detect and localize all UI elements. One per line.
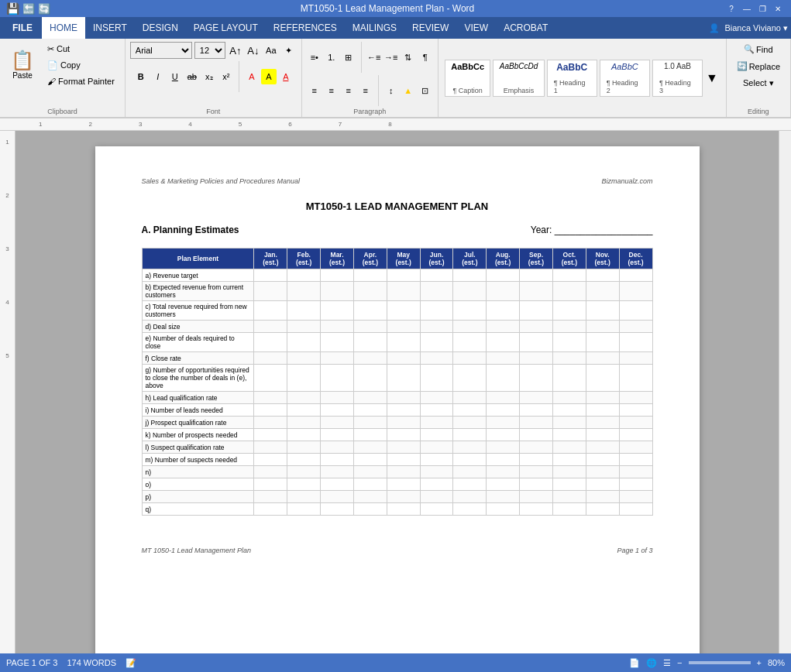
format-painter-button[interactable]: 🖌 Format Painter (42, 74, 120, 88)
table-cell-11-3[interactable] (353, 441, 387, 454)
underline-button[interactable]: U (167, 69, 183, 84)
table-cell-9-11[interactable] (619, 417, 652, 429)
table-cell-2-8[interactable] (520, 301, 553, 321)
shading-button[interactable]: ▲ (401, 83, 416, 98)
table-cell-5-2[interactable] (321, 352, 354, 365)
design-menu[interactable]: DESIGN (135, 17, 186, 39)
table-cell-0-8[interactable] (520, 269, 553, 282)
table-cell-0-5[interactable] (420, 269, 453, 282)
numbering-button[interactable]: 1. (324, 50, 339, 65)
table-cell-15-4[interactable] (387, 491, 420, 503)
table-cell-9-4[interactable] (387, 417, 420, 429)
replace-button[interactable]: 🔄 Replace (731, 59, 786, 74)
table-cell-0-10[interactable] (586, 269, 619, 282)
table-cell-9-3[interactable] (353, 417, 387, 429)
strikethrough-button[interactable]: ab (184, 69, 200, 84)
table-cell-13-1[interactable] (287, 466, 321, 478)
table-cell-0-11[interactable] (619, 269, 652, 282)
table-cell-1-3[interactable] (353, 282, 387, 301)
table-cell-7-6[interactable] (453, 392, 487, 404)
table-cell-8-1[interactable] (287, 404, 321, 417)
table-cell-6-1[interactable] (287, 365, 321, 392)
table-cell-10-0[interactable] (254, 429, 287, 441)
table-cell-6-0[interactable] (254, 365, 287, 392)
table-cell-0-7[interactable] (487, 269, 520, 282)
table-cell-10-11[interactable] (619, 429, 652, 441)
table-cell-14-0[interactable] (254, 478, 287, 491)
justify-button[interactable]: ≡ (358, 83, 373, 98)
table-cell-14-3[interactable] (353, 478, 387, 491)
show-hide-button[interactable]: ¶ (418, 50, 433, 65)
clear-format-button[interactable]: ✦ (281, 43, 297, 58)
table-cell-16-4[interactable] (387, 503, 420, 516)
font-size-select[interactable]: 12 (194, 42, 225, 59)
table-cell-1-4[interactable] (387, 282, 420, 301)
table-cell-10-7[interactable] (487, 429, 520, 441)
align-left-button[interactable]: ≡ (307, 83, 322, 98)
table-cell-14-7[interactable] (487, 478, 520, 491)
table-cell-6-4[interactable] (387, 365, 420, 392)
table-cell-0-1[interactable] (287, 269, 321, 282)
table-cell-8-2[interactable] (321, 404, 354, 417)
font-color-button[interactable]: A (278, 69, 294, 84)
table-cell-5-8[interactable] (520, 352, 553, 365)
table-cell-10-9[interactable] (552, 429, 586, 441)
table-cell-5-3[interactable] (353, 352, 387, 365)
table-cell-3-6[interactable] (453, 321, 487, 333)
bullets-button[interactable]: ≡• (307, 50, 322, 65)
table-cell-3-3[interactable] (353, 321, 387, 333)
table-cell-2-2[interactable] (321, 301, 354, 321)
table-cell-5-11[interactable] (619, 352, 652, 365)
table-cell-15-11[interactable] (619, 491, 652, 503)
subscript-button[interactable]: x₂ (201, 69, 217, 84)
table-cell-5-6[interactable] (453, 352, 487, 365)
table-cell-7-11[interactable] (619, 392, 652, 404)
table-cell-12-10[interactable] (586, 454, 619, 466)
table-cell-9-8[interactable] (520, 417, 553, 429)
table-cell-3-9[interactable] (552, 321, 586, 333)
table-cell-0-9[interactable] (552, 269, 586, 282)
table-cell-9-5[interactable] (420, 417, 453, 429)
table-cell-13-7[interactable] (487, 466, 520, 478)
table-cell-13-9[interactable] (552, 466, 586, 478)
table-cell-16-7[interactable] (487, 503, 520, 516)
table-cell-6-9[interactable] (552, 365, 586, 392)
zoom-out-button[interactable]: − (677, 658, 682, 667)
table-cell-6-5[interactable] (420, 365, 453, 392)
table-cell-8-3[interactable] (353, 404, 387, 417)
table-cell-6-10[interactable] (586, 365, 619, 392)
table-cell-2-1[interactable] (287, 301, 321, 321)
acrobat-menu[interactable]: ACROBAT (496, 17, 555, 39)
table-cell-8-0[interactable] (254, 404, 287, 417)
table-cell-3-2[interactable] (321, 321, 354, 333)
table-cell-4-2[interactable] (321, 333, 354, 352)
table-cell-1-0[interactable] (254, 282, 287, 301)
align-center-button[interactable]: ≡ (324, 83, 339, 98)
paste-button[interactable]: 📋 Paste (5, 48, 40, 83)
table-cell-12-2[interactable] (321, 454, 354, 466)
table-cell-10-2[interactable] (321, 429, 354, 441)
table-cell-2-3[interactable] (353, 301, 387, 321)
table-cell-12-4[interactable] (387, 454, 420, 466)
cut-button[interactable]: ✂ Cut (42, 42, 120, 57)
table-cell-16-1[interactable] (287, 503, 321, 516)
table-cell-5-1[interactable] (287, 352, 321, 365)
table-cell-7-5[interactable] (420, 392, 453, 404)
table-cell-2-9[interactable] (552, 301, 586, 321)
table-cell-3-8[interactable] (520, 321, 553, 333)
table-cell-6-7[interactable] (487, 365, 520, 392)
table-cell-1-2[interactable] (321, 282, 354, 301)
highlight-button[interactable]: A (261, 69, 277, 84)
table-cell-3-11[interactable] (619, 321, 652, 333)
table-cell-2-7[interactable] (487, 301, 520, 321)
table-cell-13-10[interactable] (586, 466, 619, 478)
table-cell-1-7[interactable] (487, 282, 520, 301)
table-cell-15-5[interactable] (420, 491, 453, 503)
table-cell-9-9[interactable] (552, 417, 586, 429)
maximize-btn[interactable]: ❐ (755, 2, 769, 15)
table-cell-13-6[interactable] (453, 466, 487, 478)
table-cell-4-5[interactable] (420, 333, 453, 352)
table-cell-8-9[interactable] (552, 404, 586, 417)
table-cell-9-10[interactable] (586, 417, 619, 429)
table-cell-16-2[interactable] (321, 503, 354, 516)
